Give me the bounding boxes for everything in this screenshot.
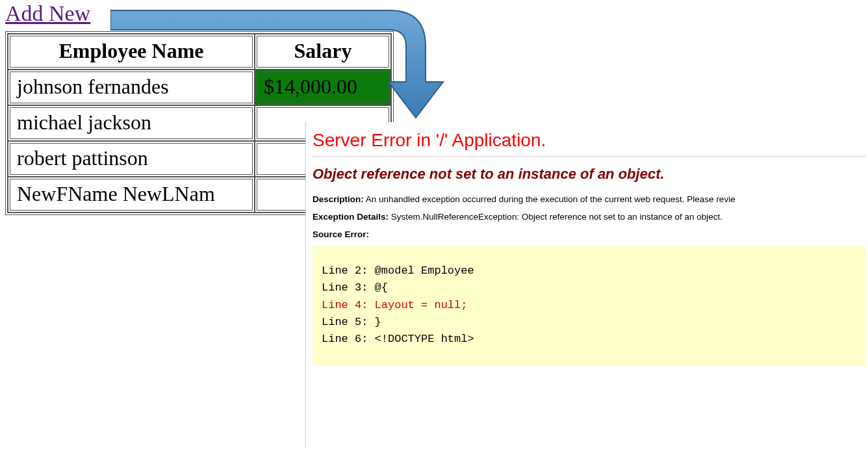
cell-employee-name: NewFName NewLNam xyxy=(8,177,255,213)
code-line: Line 5: } xyxy=(322,314,863,331)
cell-employee-name: johnson fernandes xyxy=(8,70,255,105)
error-description-text: An unhandled exception occurred during t… xyxy=(366,194,735,204)
table-row: johnson fernandes $14,000.00 xyxy=(8,70,391,105)
error-description-label: Description: xyxy=(313,194,364,204)
error-description: Description: An unhandled exception occu… xyxy=(313,194,865,204)
col-header-name: Employee Name xyxy=(8,34,255,70)
col-header-salary: Salary xyxy=(255,34,391,70)
source-error-label: Source Error: xyxy=(313,229,865,239)
code-line-error: Line 4: Layout = null; xyxy=(322,297,863,314)
error-exception-text: System.NullReferenceException: Object re… xyxy=(391,212,722,222)
cell-employee-name: robert pattinson xyxy=(8,141,255,177)
divider xyxy=(313,156,865,157)
code-line: Line 6: <!DOCTYPE html> xyxy=(322,331,863,348)
error-exception-details: Exception Details: System.NullReferenceE… xyxy=(313,212,865,222)
table-header-row: Employee Name Salary xyxy=(8,34,391,70)
add-new-link[interactable]: Add New xyxy=(0,0,94,29)
cell-employee-name: michael jackson xyxy=(8,105,255,141)
error-title: Server Error in '/' Application. xyxy=(313,130,865,151)
source-code-box: Line 2: @model Employee Line 3: @{ Line … xyxy=(313,246,865,365)
code-line: Line 2: @model Employee xyxy=(322,263,863,279)
error-panel: Server Error in '/' Application. Object … xyxy=(305,122,865,447)
cell-salary: $14,000.00 xyxy=(255,70,391,105)
code-line: Line 3: @{ xyxy=(322,279,863,296)
error-exception-label: Exception Details: xyxy=(313,212,389,222)
error-subtitle: Object reference not set to an instance … xyxy=(313,166,865,183)
